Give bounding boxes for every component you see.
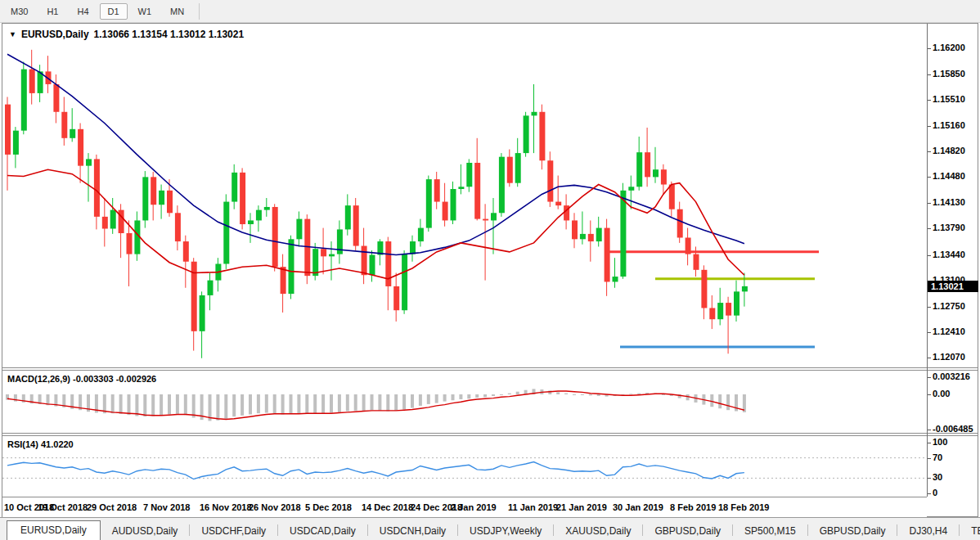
candle-body	[507, 157, 513, 183]
macd-histogram-bar	[726, 394, 730, 410]
macd-histogram-bar	[224, 394, 227, 419]
macd-histogram-bar	[629, 394, 632, 394]
time-axis[interactable]: 10 Oct 201819 Oct 201829 Oct 20187 Nov 2…	[2, 497, 927, 519]
timeframe-button-w1[interactable]: W1	[130, 3, 160, 20]
candle-body	[653, 169, 659, 177]
timeframe-button-h4[interactable]: H4	[69, 3, 97, 20]
candle-body	[61, 112, 67, 138]
time-axis-label: 29 Oct 2018	[87, 502, 137, 512]
time-axis-label: 11 Jan 2019	[508, 502, 558, 512]
macd-histogram-bar	[216, 394, 219, 421]
candle-body	[701, 270, 707, 308]
chart-title: ▼ EURUSD,Daily 1.13066 1.13154 1.13012 1…	[9, 29, 244, 40]
rsi-value: 41.0220	[41, 439, 74, 449]
macd-histogram-bar	[257, 394, 260, 413]
candle-body	[281, 267, 286, 294]
time-axis-label: 19 Oct 2018	[38, 502, 88, 512]
price-axis-tick: 1.12070	[933, 352, 965, 362]
candle-body	[272, 207, 278, 267]
price-axis-tick: 1.12750	[933, 301, 965, 311]
chart-tab-tech100-[interactable]: TECH100,	[960, 522, 980, 540]
candle-body	[256, 210, 262, 221]
price-axis-tick: 1.12410	[933, 326, 965, 336]
macd-values: -0.003303 -0.002926	[73, 374, 156, 384]
candle-body	[223, 202, 229, 264]
candle-body	[474, 163, 480, 219]
candle-body	[232, 173, 237, 202]
chart-tab-gbpusd-daily[interactable]: GBPUSD,Daily	[643, 522, 732, 540]
macd-histogram-bar	[459, 394, 462, 399]
macd-histogram-bar	[313, 394, 317, 413]
chevron-down-icon[interactable]: ▼	[9, 30, 16, 38]
macd-histogram-bar	[564, 394, 568, 394]
chart-tab-audusd-daily[interactable]: AUDUSD,Daily	[101, 522, 190, 540]
candle-body	[240, 173, 245, 224]
macd-histogram-bar	[686, 394, 690, 400]
time-axis-label: 18 Feb 2019	[718, 502, 769, 512]
candle-body	[636, 152, 642, 187]
candle-body	[86, 159, 92, 165]
time-axis-label: 5 Dec 2018	[305, 502, 352, 512]
timeframe-button-m30[interactable]: M30	[2, 3, 36, 20]
chart-tab-xauusd-daily[interactable]: XAUUSD,Daily	[554, 522, 642, 540]
macd-histogram-bar	[249, 394, 252, 415]
candle-body	[524, 115, 529, 153]
candle-body	[370, 255, 375, 276]
timeframe-button-mn[interactable]: MN	[162, 3, 192, 20]
chart-tab-dj30-h4[interactable]: DJ30,H4	[897, 522, 959, 540]
macd-histogram-bar	[475, 394, 479, 398]
timeframe-button-h1[interactable]: H1	[38, 3, 66, 20]
candle-body	[5, 105, 11, 155]
rsi-axis-tick: 0	[933, 488, 937, 497]
chart-symbol-label: EURUSD,Daily	[21, 29, 89, 40]
chart-tab-sp500-m15[interactable]: SP500,M15	[733, 522, 807, 540]
candle-body	[499, 157, 505, 214]
macd-axis-tick: 0.003216	[933, 371, 970, 381]
chart-tab-usdcnh-daily[interactable]: USDCNH,Daily	[368, 522, 457, 540]
time-axis-label: 8 Feb 2019	[670, 502, 716, 512]
candle-body	[70, 129, 75, 138]
macd-histogram-bar	[290, 394, 293, 414]
chart-window[interactable]: ▼ EURUSD,Daily 1.13066 1.13154 1.13012 1…	[2, 23, 978, 517]
chart-tab-gbpusd-daily[interactable]: GBPUSD,Daily	[808, 522, 897, 540]
candle-body	[628, 187, 634, 191]
chart-tab-eurusd-daily[interactable]: EURUSD,Daily	[7, 520, 101, 540]
rsi-pane[interactable]: RSI(14) 41.0220	[2, 436, 927, 497]
ma-blue-line	[7, 54, 744, 254]
macd-histogram-bar	[184, 394, 187, 415]
candle-body	[458, 187, 464, 189]
macd-histogram-bar	[143, 394, 146, 416]
candle-body	[669, 185, 675, 209]
macd-histogram-bar	[411, 394, 414, 408]
macd-pane[interactable]: MACD(12,26,9) -0.003303 -0.002926	[2, 371, 927, 433]
candle-body	[434, 179, 440, 201]
chart-tab-usdjpy-weekly[interactable]: USDJPY,Weekly	[458, 522, 553, 540]
candle-body	[175, 213, 181, 241]
macd-histogram-bar	[362, 394, 366, 411]
candle-body	[321, 249, 326, 256]
chart-tab-usdchf-daily[interactable]: USDCHF,Daily	[190, 522, 277, 540]
candle-body	[491, 213, 497, 220]
chart-ohlc-values: 1.13066 1.13154 1.13012 1.13021	[94, 29, 245, 40]
candle-body	[515, 153, 521, 183]
candle-body	[21, 70, 27, 131]
macd-histogram-bar	[176, 394, 179, 414]
candle-body	[645, 152, 650, 177]
timeframe-button-d1[interactable]: D1	[100, 3, 128, 20]
price-axis-tick: 1.13440	[933, 250, 965, 259]
chart-tab-usdcad-daily[interactable]: USDCAD,Daily	[278, 522, 367, 540]
rsi-axis-tick: 30	[933, 472, 942, 482]
candle-body	[151, 177, 156, 205]
macd-histogram-bar	[467, 394, 470, 398]
price-pane[interactable]	[2, 24, 927, 369]
macd-histogram-bar	[297, 394, 300, 413]
macd-histogram-bar	[419, 394, 422, 406]
macd-histogram-bar	[321, 394, 325, 413]
rsi-axis-tick: 70	[933, 452, 942, 462]
candle-body	[539, 112, 545, 160]
chart-tab-bar: EURUSD,DailyAUDUSD,DailyUSDCHF,DailyUSDC…	[0, 517, 980, 540]
macd-histogram-bar	[556, 392, 560, 394]
candle-body	[588, 234, 594, 241]
macd-histogram-bar	[111, 394, 115, 413]
macd-histogram-bar	[330, 394, 333, 413]
